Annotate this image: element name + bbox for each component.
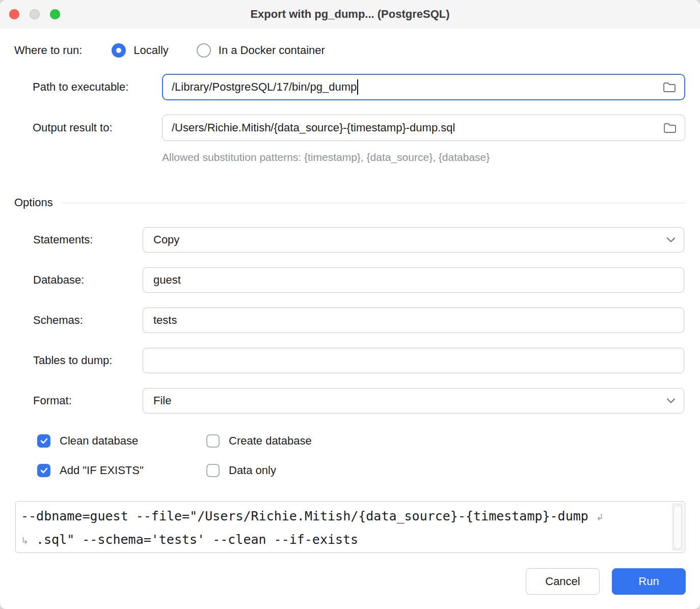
options-section-header: Options bbox=[14, 195, 686, 210]
add-if-exists-checkbox[interactable]: Add "IF EXISTS" bbox=[37, 464, 206, 477]
close-window-button[interactable] bbox=[9, 9, 19, 19]
radio-locally-circle[interactable] bbox=[112, 43, 126, 58]
format-value: File bbox=[153, 394, 171, 407]
database-row: Database: guest bbox=[14, 267, 686, 293]
minimize-window-button[interactable] bbox=[30, 9, 40, 19]
format-row: Format: File bbox=[14, 388, 686, 413]
add-if-exists-label: Add "IF EXISTS" bbox=[60, 464, 144, 477]
path-to-executable-input[interactable]: /Library/PostgreSQL/17/bin/pg_dump bbox=[162, 74, 685, 100]
path-to-executable-row: Path to executable: /Library/PostgreSQL/… bbox=[14, 74, 686, 100]
soft-wrap-icon: ↳ bbox=[21, 530, 36, 552]
chevron-down-icon bbox=[666, 398, 676, 404]
schemas-label: Schemas: bbox=[14, 314, 143, 327]
database-label: Database: bbox=[14, 273, 143, 287]
zoom-window-button[interactable] bbox=[50, 9, 60, 19]
radio-docker-container[interactable]: In a Docker container bbox=[197, 43, 325, 58]
radio-docker-label: In a Docker container bbox=[219, 44, 325, 57]
data-only-label: Data only bbox=[229, 464, 276, 477]
statements-value: Copy bbox=[153, 233, 179, 246]
cancel-button[interactable]: Cancel bbox=[526, 568, 600, 595]
clean-database-checkbox[interactable]: Clean database bbox=[37, 434, 206, 448]
statements-label: Statements: bbox=[14, 233, 143, 246]
format-dropdown[interactable]: File bbox=[143, 388, 684, 413]
section-divider bbox=[62, 203, 686, 203]
folder-browse-icon[interactable] bbox=[663, 81, 676, 93]
schemas-input[interactable]: tests bbox=[143, 308, 684, 333]
check-icon bbox=[40, 467, 48, 474]
schemas-row: Schemas: tests bbox=[14, 308, 686, 333]
statements-dropdown[interactable]: Copy bbox=[143, 227, 684, 253]
export-dialog-window: Export with pg_dump... (PostgreSQL) Wher… bbox=[0, 0, 700, 609]
output-result-label: Output result to: bbox=[14, 121, 162, 134]
chevron-down-icon bbox=[666, 237, 676, 243]
statements-row: Statements: Copy bbox=[14, 227, 686, 253]
where-to-run-row: Where to run: Locally In a Docker contai… bbox=[14, 40, 686, 61]
run-button[interactable]: Run bbox=[612, 568, 686, 595]
where-to-run-label: Where to run: bbox=[14, 44, 82, 57]
command-line-1: --dbname=guest --file="/Users/Richie.Mit… bbox=[21, 505, 662, 529]
create-database-checkbox[interactable]: Create database bbox=[206, 434, 312, 448]
data-only-checkbox[interactable]: Data only bbox=[206, 464, 276, 477]
dialog-content: Where to run: Locally In a Docker contai… bbox=[0, 40, 700, 595]
radio-locally[interactable]: Locally bbox=[112, 43, 168, 58]
path-to-executable-label: Path to executable: bbox=[14, 80, 162, 94]
traffic-lights bbox=[9, 9, 60, 19]
command-line-2-text: .sql" --schema='tests' --clean --if-exis… bbox=[36, 532, 358, 547]
text-cursor bbox=[357, 79, 358, 95]
format-label: Format: bbox=[14, 394, 143, 407]
data-only-checkbox-box[interactable] bbox=[206, 464, 220, 477]
substitution-patterns-hint: Allowed substitution patterns: {timestam… bbox=[162, 151, 686, 165]
create-database-label: Create database bbox=[229, 434, 312, 448]
database-input[interactable]: guest bbox=[143, 267, 684, 293]
checkbox-row-2: Add "IF EXISTS" Data only bbox=[14, 463, 686, 478]
create-database-checkbox-box[interactable] bbox=[206, 434, 220, 448]
clean-database-label: Clean database bbox=[60, 434, 138, 448]
folder-browse-icon[interactable] bbox=[663, 122, 677, 133]
command-preview-scrollbar[interactable] bbox=[672, 503, 683, 551]
titlebar: Export with pg_dump... (PostgreSQL) bbox=[0, 0, 700, 29]
options-section-label: Options bbox=[14, 196, 53, 209]
path-to-executable-value: /Library/PostgreSQL/17/bin/pg_dump bbox=[172, 80, 357, 94]
window-title: Export with pg_dump... (PostgreSQL) bbox=[250, 8, 449, 21]
radio-locally-label: Locally bbox=[133, 44, 168, 57]
dialog-footer: Cancel Run bbox=[14, 568, 686, 595]
radio-docker-circle[interactable] bbox=[197, 43, 211, 58]
clean-database-checkbox-box[interactable] bbox=[37, 434, 50, 448]
add-if-exists-checkbox-box[interactable] bbox=[37, 464, 50, 477]
tables-to-dump-label: Tables to dump: bbox=[14, 354, 143, 367]
schemas-value: tests bbox=[153, 314, 177, 327]
database-value: guest bbox=[153, 273, 181, 287]
check-icon bbox=[40, 438, 48, 444]
output-result-input[interactable]: /Users/Richie.Mitish/{data_source}-{time… bbox=[162, 115, 685, 141]
command-line-2: ↳.sql" --schema='tests' --clean --if-exi… bbox=[21, 529, 662, 552]
checkbox-row-1: Clean database Create database bbox=[14, 433, 686, 449]
command-preview[interactable]: --dbname=guest --file="/Users/Richie.Mit… bbox=[15, 501, 685, 553]
soft-wrap-icon: ↲ bbox=[596, 512, 604, 522]
tables-to-dump-row: Tables to dump: bbox=[14, 348, 686, 373]
output-result-value: /Users/Richie.Mitish/{data_source}-{time… bbox=[172, 121, 455, 134]
scrollbar-thumb[interactable] bbox=[674, 505, 682, 549]
output-result-row: Output result to: /Users/Richie.Mitish/{… bbox=[14, 115, 686, 141]
command-line-1-text: --dbname=guest --file="/Users/Richie.Mit… bbox=[21, 509, 588, 523]
tables-to-dump-input[interactable] bbox=[143, 348, 684, 373]
